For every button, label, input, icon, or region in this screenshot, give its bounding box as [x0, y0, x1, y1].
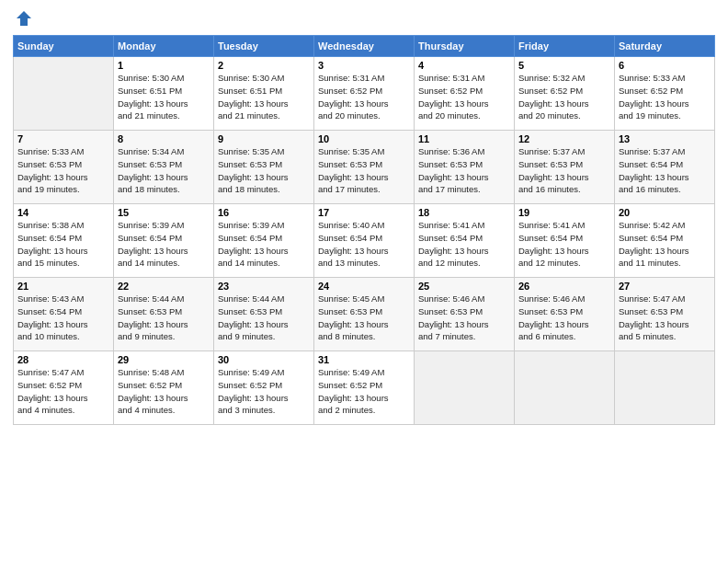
day-number: 14: [17, 207, 109, 218]
calendar-cell: 8Sunrise: 5:34 AMSunset: 6:53 PMDaylight…: [114, 131, 214, 204]
day-number: 2: [218, 60, 310, 71]
day-number: 10: [318, 133, 410, 144]
day-header-tuesday: Tuesday: [214, 36, 314, 57]
calendar-table: SundayMondayTuesdayWednesdayThursdayFrid…: [13, 35, 715, 425]
week-row-2: 7Sunrise: 5:33 AMSunset: 6:53 PMDaylight…: [14, 131, 715, 204]
calendar-cell: 13Sunrise: 5:37 AMSunset: 6:54 PMDayligh…: [615, 131, 715, 204]
day-number: 4: [418, 60, 510, 71]
day-number: 16: [218, 207, 310, 218]
day-info: Sunrise: 5:30 AMSunset: 6:51 PMDaylight:…: [118, 72, 210, 122]
calendar-cell: [415, 351, 515, 425]
day-number: 1: [118, 60, 210, 71]
day-header-sunday: Sunday: [14, 36, 114, 57]
calendar-body: 1Sunrise: 5:30 AMSunset: 6:51 PMDaylight…: [14, 57, 715, 425]
week-row-4: 21Sunrise: 5:43 AMSunset: 6:54 PMDayligh…: [14, 278, 715, 351]
header-row: SundayMondayTuesdayWednesdayThursdayFrid…: [14, 36, 715, 57]
calendar-cell: 31Sunrise: 5:49 AMSunset: 6:52 PMDayligh…: [314, 351, 415, 425]
calendar-cell: 1Sunrise: 5:30 AMSunset: 6:51 PMDaylight…: [114, 57, 214, 131]
day-number: 24: [318, 281, 410, 292]
day-number: 13: [619, 133, 711, 144]
day-info: Sunrise: 5:33 AMSunset: 6:53 PMDaylight:…: [17, 145, 109, 196]
day-number: 11: [418, 133, 510, 144]
day-number: 22: [118, 281, 210, 292]
day-number: 25: [418, 281, 510, 292]
day-number: 29: [118, 354, 210, 365]
calendar-cell: 5Sunrise: 5:32 AMSunset: 6:52 PMDaylight…: [515, 57, 615, 131]
calendar-cell: 28Sunrise: 5:47 AMSunset: 6:52 PMDayligh…: [14, 351, 114, 425]
calendar-cell: 20Sunrise: 5:42 AMSunset: 6:54 PMDayligh…: [615, 204, 715, 278]
day-info: Sunrise: 5:49 AMSunset: 6:52 PMDaylight:…: [218, 366, 310, 417]
page-container: SundayMondayTuesdayWednesdayThursdayFrid…: [0, 0, 728, 434]
day-info: Sunrise: 5:31 AMSunset: 6:52 PMDaylight:…: [418, 72, 510, 122]
day-number: 17: [318, 207, 410, 218]
day-number: 26: [518, 281, 610, 292]
day-info: Sunrise: 5:39 AMSunset: 6:54 PMDaylight:…: [118, 219, 210, 270]
calendar-cell: 17Sunrise: 5:40 AMSunset: 6:54 PMDayligh…: [314, 204, 415, 278]
day-info: Sunrise: 5:33 AMSunset: 6:52 PMDaylight:…: [619, 72, 711, 122]
calendar-cell: 9Sunrise: 5:35 AMSunset: 6:53 PMDaylight…: [214, 131, 314, 204]
logo: [13, 9, 33, 28]
day-info: Sunrise: 5:37 AMSunset: 6:53 PMDaylight:…: [518, 145, 610, 196]
day-number: 23: [218, 281, 310, 292]
day-number: 30: [218, 354, 310, 365]
day-info: Sunrise: 5:41 AMSunset: 6:54 PMDaylight:…: [518, 219, 610, 270]
calendar-cell: 2Sunrise: 5:30 AMSunset: 6:51 PMDaylight…: [214, 57, 314, 131]
day-number: 5: [518, 60, 610, 71]
day-info: Sunrise: 5:36 AMSunset: 6:53 PMDaylight:…: [418, 145, 510, 196]
day-header-monday: Monday: [114, 36, 214, 57]
day-number: 27: [619, 281, 711, 292]
day-info: Sunrise: 5:30 AMSunset: 6:51 PMDaylight:…: [218, 72, 310, 122]
day-number: 15: [118, 207, 210, 218]
day-info: Sunrise: 5:41 AMSunset: 6:54 PMDaylight:…: [418, 219, 510, 270]
day-number: 20: [619, 207, 711, 218]
day-info: Sunrise: 5:48 AMSunset: 6:52 PMDaylight:…: [118, 366, 210, 417]
day-info: Sunrise: 5:35 AMSunset: 6:53 PMDaylight:…: [318, 145, 410, 196]
day-header-saturday: Saturday: [615, 36, 715, 57]
day-header-wednesday: Wednesday: [314, 36, 415, 57]
day-info: Sunrise: 5:43 AMSunset: 6:54 PMDaylight:…: [17, 293, 109, 343]
day-info: Sunrise: 5:35 AMSunset: 6:53 PMDaylight:…: [218, 145, 310, 196]
day-info: Sunrise: 5:46 AMSunset: 6:53 PMDaylight:…: [518, 293, 610, 343]
day-number: 28: [17, 354, 109, 365]
week-row-5: 28Sunrise: 5:47 AMSunset: 6:52 PMDayligh…: [14, 351, 715, 425]
calendar-cell: 6Sunrise: 5:33 AMSunset: 6:52 PMDaylight…: [615, 57, 715, 131]
day-info: Sunrise: 5:32 AMSunset: 6:52 PMDaylight:…: [518, 72, 610, 122]
day-header-friday: Friday: [515, 36, 615, 57]
calendar-cell: 26Sunrise: 5:46 AMSunset: 6:53 PMDayligh…: [515, 278, 615, 351]
logo-icon: [15, 9, 33, 28]
calendar-cell: [14, 57, 114, 131]
day-number: 31: [318, 354, 410, 365]
header: [13, 9, 715, 28]
calendar-cell: [615, 351, 715, 425]
day-info: Sunrise: 5:38 AMSunset: 6:54 PMDaylight:…: [17, 219, 109, 270]
day-number: 6: [619, 60, 711, 71]
calendar-cell: 18Sunrise: 5:41 AMSunset: 6:54 PMDayligh…: [415, 204, 515, 278]
day-number: 7: [17, 133, 109, 144]
day-info: Sunrise: 5:34 AMSunset: 6:53 PMDaylight:…: [118, 145, 210, 196]
calendar-cell: 21Sunrise: 5:43 AMSunset: 6:54 PMDayligh…: [14, 278, 114, 351]
calendar-cell: 22Sunrise: 5:44 AMSunset: 6:53 PMDayligh…: [114, 278, 214, 351]
day-number: 18: [418, 207, 510, 218]
day-info: Sunrise: 5:42 AMSunset: 6:54 PMDaylight:…: [619, 219, 711, 270]
calendar-cell: 15Sunrise: 5:39 AMSunset: 6:54 PMDayligh…: [114, 204, 214, 278]
day-info: Sunrise: 5:44 AMSunset: 6:53 PMDaylight:…: [218, 293, 310, 343]
day-info: Sunrise: 5:31 AMSunset: 6:52 PMDaylight:…: [318, 72, 410, 122]
week-row-3: 14Sunrise: 5:38 AMSunset: 6:54 PMDayligh…: [14, 204, 715, 278]
calendar-cell: 11Sunrise: 5:36 AMSunset: 6:53 PMDayligh…: [415, 131, 515, 204]
calendar-cell: 25Sunrise: 5:46 AMSunset: 6:53 PMDayligh…: [415, 278, 515, 351]
calendar-cell: 27Sunrise: 5:47 AMSunset: 6:53 PMDayligh…: [615, 278, 715, 351]
calendar-cell: 3Sunrise: 5:31 AMSunset: 6:52 PMDaylight…: [314, 57, 415, 131]
day-info: Sunrise: 5:45 AMSunset: 6:53 PMDaylight:…: [318, 293, 410, 343]
day-info: Sunrise: 5:47 AMSunset: 6:53 PMDaylight:…: [619, 293, 711, 343]
calendar-cell: 23Sunrise: 5:44 AMSunset: 6:53 PMDayligh…: [214, 278, 314, 351]
day-info: Sunrise: 5:40 AMSunset: 6:54 PMDaylight:…: [318, 219, 410, 270]
day-info: Sunrise: 5:49 AMSunset: 6:52 PMDaylight:…: [318, 366, 410, 417]
day-info: Sunrise: 5:37 AMSunset: 6:54 PMDaylight:…: [619, 145, 711, 196]
day-number: 21: [17, 281, 109, 292]
day-info: Sunrise: 5:39 AMSunset: 6:54 PMDaylight:…: [218, 219, 310, 270]
calendar-header: SundayMondayTuesdayWednesdayThursdayFrid…: [14, 36, 715, 57]
calendar-cell: 29Sunrise: 5:48 AMSunset: 6:52 PMDayligh…: [114, 351, 214, 425]
calendar-cell: 16Sunrise: 5:39 AMSunset: 6:54 PMDayligh…: [214, 204, 314, 278]
calendar-cell: 7Sunrise: 5:33 AMSunset: 6:53 PMDaylight…: [14, 131, 114, 204]
calendar-cell: 30Sunrise: 5:49 AMSunset: 6:52 PMDayligh…: [214, 351, 314, 425]
